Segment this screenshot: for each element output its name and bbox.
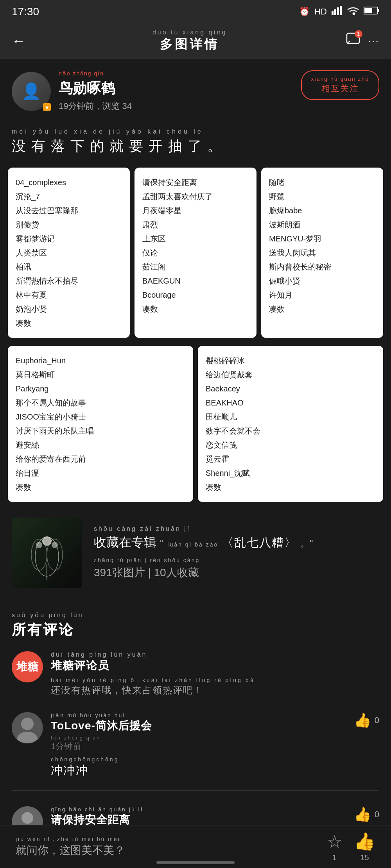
bottom-question-pinyin: jiù wèn nǐ，zhè tú méi bù méi (16, 836, 125, 843)
grid-panel-1: 04_complexes沉沦_7从没去过巴塞隆那别傻贷雾都梦游记人类禁区柏讯所谓… (8, 168, 130, 338)
bottom-question: jiù wèn nǐ，zhè tú méi bù méi 就问你，这图美不美？ (16, 836, 125, 858)
album-title-pinyin: shōu cáng zài zhuān jí (94, 525, 379, 532)
grid-panels-row2: Euphoria_Hun莫日格斯町Parkyang那个不属人知的故事JISOO宝… (0, 346, 391, 502)
hd-icon: HD (314, 7, 327, 17)
comment-actions-2[interactable]: 👍 0 (354, 806, 379, 823)
hot-comments-block: 堆糖 duī táng píng lùn yuán 堆糖评论员 hái méi … (12, 651, 379, 697)
alarm-icon: ⏰ (299, 7, 310, 17)
status-bar: 17:30 ⏰ HD (0, 0, 391, 23)
album-thumb-image (12, 518, 82, 588)
like-icon-2[interactable]: 👍 (354, 806, 371, 823)
bottom-question-text: 就问你，这图美不美？ (16, 843, 125, 858)
top-nav: ← duō tú xiáng qíng 多图详情 1 ··· (0, 23, 391, 59)
caption-pinyin: méi yǒu luò xià de jiù yào kāi chōu le (12, 128, 379, 135)
svg-point-11 (42, 536, 52, 546)
hot-desc: 还没有热评哦，快来占领热评吧！ (51, 684, 379, 697)
panel2-items: 请保持安全距离孟甜两太喜欢付庆了月夜端零星肃烈上东区仅论茹江阁BAEKGUNBc… (142, 175, 249, 316)
home-indicator (156, 861, 235, 864)
nav-title: duō tú xiáng qíng 多图详情 (34, 29, 346, 53)
svg-rect-5 (378, 9, 379, 12)
like-count-2: 0 (375, 809, 379, 820)
profile-left: 👤 v nǎo zhōng qín 鸟勋啄鹤 19分钟前，浏览 34 (12, 70, 132, 112)
nav-title-chinese: 多图详情 (34, 36, 346, 53)
svg-point-12 (36, 542, 42, 548)
comment-actions-1[interactable]: 👍 0 (354, 712, 379, 729)
panel3-items: 随啫野鹭脆爆babe波斯朗酒MENGYU-梦羽送我人闵玩其斯内普校长的秘密倔哦小… (269, 175, 375, 316)
grid-panel-3: 随啫野鹭脆爆babe波斯朗酒MENGYU-梦羽送我人闵玩其斯内普校长的秘密倔哦小… (261, 168, 383, 338)
album-pinyin-text: shōu cáng zài zhuān jí (94, 525, 190, 532)
profile-section: 👤 v nǎo zhōng qín 鸟勋啄鹤 19分钟前，浏览 34 xiāng… (0, 59, 391, 124)
message-button[interactable]: 1 (346, 32, 360, 49)
svg-rect-0 (332, 11, 334, 15)
hot-desc-pinyin: hái méi yǒu rè píng ō，kuài lái zhàn lǐng… (51, 677, 379, 684)
comment-time-1: 1分钟前 (51, 741, 346, 752)
message-badge: 1 (355, 30, 362, 38)
profile-info: nǎo zhōng qín 鸟勋啄鹤 19分钟前，浏览 34 (59, 70, 132, 112)
back-button[interactable]: ← (12, 33, 26, 49)
comments-title: 所有评论 (12, 620, 379, 639)
nav-actions: 1 ··· (346, 32, 379, 49)
svg-rect-2 (337, 7, 339, 15)
album-title: 收藏在专辑 " luàn qī bā zāo 〈乱七八糟〉 。" (94, 534, 379, 551)
album-label: 收藏在专辑 (94, 535, 156, 549)
like-action[interactable]: 👍 15 (354, 831, 375, 862)
status-icons: ⏰ HD (299, 6, 379, 18)
comment-avatar-1 (12, 712, 43, 743)
album-name: " luàn qī bā zāo 〈乱七八糟〉 。" (160, 535, 313, 549)
svg-point-16 (21, 718, 34, 730)
panel5-items: 樱桃碎碎冰给边伯贤戴套BaekaceyBEAKHAO田柾顺儿数字不会就不会恋文信… (206, 354, 375, 494)
follow-label: 相互关注 (321, 84, 359, 93)
like-icon-bottom[interactable]: 👍 (354, 831, 375, 852)
album-meta: 391张图片 | 10人收藏 (94, 565, 379, 580)
svg-rect-6 (364, 8, 372, 13)
comment-time-pinyin-1: fēn zhōng qián (51, 735, 346, 741)
follow-button[interactable]: xiāng hù guān zhù 相互关注 (301, 70, 379, 100)
comment-body-1: jiǎn mù hòu yuán huí ToLove-简沐后援会 fēn zh… (51, 712, 346, 779)
panel4-items: Euphoria_Hun莫日格斯町Parkyang那个不属人知的故事JISOO宝… (16, 354, 185, 494)
comment-username-pinyin-1: jiǎn mù hòu yuán huí (51, 712, 346, 718)
album-thumbnail (12, 518, 82, 588)
avatar-wrapper: 👤 v (12, 72, 51, 111)
svg-point-13 (52, 542, 58, 548)
comments-title-pinyin: suǒ yǒu píng lùn (12, 611, 379, 619)
comment-username-pinyin-2: qǐng bǎo chí ān quán jù lí (51, 806, 346, 813)
hot-avatar: 堆糖 (12, 651, 43, 682)
album-section: shōu cáng zài zhuān jí 收藏在专辑 " luàn qī b… (0, 510, 391, 596)
follow-pinyin: xiāng hù guān zhù (311, 76, 369, 82)
comment-text-1: 冲冲冲 (51, 763, 346, 779)
svg-rect-3 (340, 6, 342, 15)
caption-section: méi yǒu luò xià de jiù yào kāi chōu le 没… (0, 124, 391, 164)
panel1-items: 04_complexes沉沦_7从没去过巴塞隆那别傻贷雾都梦游记人类禁区柏讯所谓… (16, 175, 122, 330)
level-badge: v (43, 103, 51, 111)
like-count-1: 0 (375, 715, 379, 725)
hot-title-pinyin: duī táng píng lùn yuán (51, 651, 379, 658)
favorite-action[interactable]: ☆ 1 (327, 832, 342, 862)
svg-point-19 (22, 812, 33, 824)
favorite-count: 1 (332, 853, 337, 862)
profile-meta: 19分钟前，浏览 34 (59, 100, 132, 112)
nav-title-pinyin: duō tú xiáng qíng (34, 29, 346, 36)
status-time: 17:30 (12, 5, 39, 18)
profile-name: 鸟勋啄鹤 (59, 79, 132, 98)
profile-name-text: 鸟勋啄鹤 (59, 80, 115, 96)
more-button[interactable]: ··· (368, 35, 379, 47)
like-icon-1[interactable]: 👍 (354, 712, 371, 729)
svg-rect-1 (334, 9, 336, 15)
comment-avatar-img-1 (12, 712, 43, 743)
grid-panel-2: 请保持安全距离孟甜两太喜欢付庆了月夜端零星肃烈上东区仅论茹江阁BAEKGUNBc… (135, 168, 256, 338)
album-info: shōu cáng zài zhuān jí 收藏在专辑 " luàn qī b… (94, 525, 379, 580)
grid-panel-5: 樱桃碎碎冰给边伯贤戴套BaekaceyBEAKHAO田柾顺儿数字不会就不会恋文信… (198, 346, 383, 502)
signal-icon (332, 6, 343, 18)
grid-panel-4: Euphoria_Hun莫日格斯町Parkyang那个不属人知的故事JISOO宝… (8, 346, 193, 502)
wifi-icon (347, 6, 359, 18)
comment-text-pinyin-1: chōngchōngchōng (51, 756, 346, 763)
profile-name-pinyin: nǎo zhōng qín (59, 70, 132, 77)
comment-item-1: jiǎn mù hòu yuán huí ToLove-简沐后援会 fēn zh… (12, 712, 379, 791)
hot-title: 堆糖评论员 (51, 658, 379, 673)
bottom-actions: ☆ 1 👍 15 (327, 831, 375, 862)
comment-username-1: ToLove-简沐后援会 (51, 718, 346, 733)
album-meta-pinyin: zhāng tú piān | rén shōu cáng (94, 557, 379, 564)
favorite-icon[interactable]: ☆ (327, 832, 342, 852)
grid-panels-row1: 04_complexes沉沦_7从没去过巴塞隆那别傻贷雾都梦游记人类禁区柏讯所谓… (0, 164, 391, 342)
hot-content: duī táng píng lùn yuán 堆糖评论员 hái méi yǒu… (51, 651, 379, 697)
